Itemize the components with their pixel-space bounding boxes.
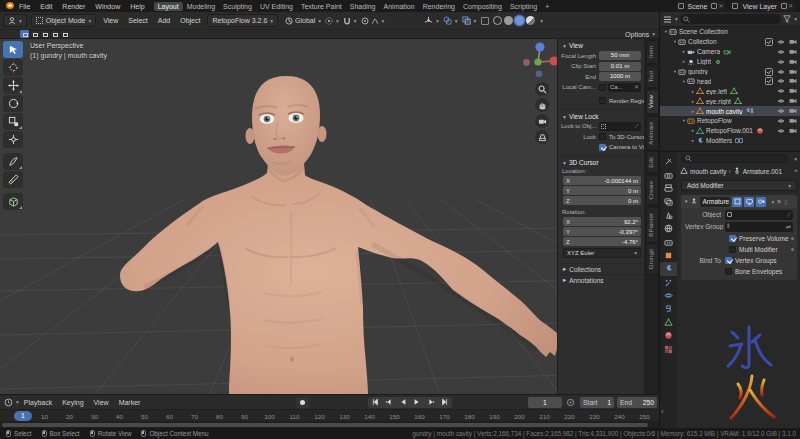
xray-toggle[interactable]: ▾ [462, 16, 477, 25]
output-tab[interactable] [660, 182, 677, 195]
camera-toggle-icon[interactable] [789, 58, 797, 66]
material-tab[interactable] [660, 329, 677, 342]
eye-toggle-icon[interactable] [777, 107, 785, 115]
particles-tab[interactable] [660, 276, 677, 289]
new-view-layer-icon[interactable] [781, 3, 787, 9]
properties-filter-dropdown[interactable]: ▾ [794, 156, 797, 162]
workspace-tab-animation[interactable]: Animation [380, 2, 419, 11]
menu-file[interactable]: File [14, 3, 35, 10]
modifier-render-toggle[interactable] [756, 197, 766, 207]
wireframe-shading-button[interactable] [493, 16, 502, 25]
playhead[interactable]: 1 [14, 411, 32, 421]
eye-toggle-icon[interactable] [777, 68, 785, 76]
workspace-tab-sculpting[interactable]: Sculpting [219, 2, 256, 11]
prev-keyframe-button[interactable] [382, 397, 396, 408]
unlink-scene-icon[interactable]: ✕ [717, 3, 724, 9]
constraints-tab[interactable] [660, 302, 677, 315]
modifiers-tab[interactable] [660, 262, 677, 275]
timeline-scrollbar[interactable] [2, 423, 648, 427]
scale-tool[interactable] [3, 113, 23, 130]
outliner-display-mode[interactable]: ▾ [663, 15, 678, 24]
outliner-row-collection[interactable]: ▾Collection [660, 37, 800, 47]
camera-toggle-icon[interactable] [789, 87, 797, 95]
local-camera-field[interactable]: Ca...✕ [608, 83, 641, 92]
render-region-checkbox[interactable] [599, 97, 606, 104]
breadcrumb-object[interactable]: mouth cavity [690, 168, 727, 175]
select-circle-button[interactable] [40, 30, 49, 38]
collections-section[interactable]: ▸Collections [558, 263, 644, 274]
sidebar-tab-tool[interactable]: Tool [646, 65, 659, 88]
rotation-order-dropdown[interactable]: XYZ Euler▾ [563, 248, 641, 258]
eye-toggle-icon[interactable] [777, 97, 785, 105]
workspace-tab-uv-editing[interactable]: UV Editing [256, 2, 297, 11]
view-layer-tab[interactable] [660, 195, 677, 208]
camera-toggle-icon[interactable] [789, 48, 797, 56]
focal-length-field[interactable]: 50 mm [599, 51, 641, 60]
outliner-row-camera[interactable]: ▸Camera [660, 47, 800, 57]
eye-toggle-icon[interactable] [777, 48, 785, 56]
add-modifier-button[interactable]: Add Modifier▾ [681, 180, 797, 191]
scene-selector[interactable]: Scene ✕ [676, 1, 727, 11]
outliner-row-head[interactable]: ▾head [660, 76, 800, 86]
modifier-vertex-group-field[interactable]: ⦀ ⇄ [725, 222, 793, 232]
rotate-tool[interactable] [3, 95, 23, 112]
add-cube-tool[interactable] [3, 193, 23, 210]
zoom-button[interactable] [535, 82, 549, 96]
modifier-close-button[interactable]: ✕ [776, 198, 781, 206]
bind-bone-envelopes-checkbox[interactable] [725, 268, 732, 275]
toggle-xray-button[interactable] [481, 17, 489, 25]
cursor-rotation-y-field[interactable]: Y-0.397° [563, 227, 641, 236]
collection-tab[interactable] [660, 235, 677, 248]
viewport-menu-object[interactable]: Object [175, 17, 205, 24]
menu-window[interactable]: Window [90, 3, 125, 10]
viewport-menu-view[interactable]: View [98, 17, 123, 24]
sidebar-tab-view[interactable]: View [646, 89, 659, 114]
camera-to-view-checkbox[interactable] [599, 144, 606, 151]
object-tab[interactable] [660, 249, 677, 262]
outliner-row-retopoflow[interactable]: ▾RetopoFlow [660, 116, 800, 126]
cursor-location-x-field[interactable]: X-0.000144 m [563, 176, 641, 185]
menu-render[interactable]: Render [57, 3, 90, 10]
new-scene-icon[interactable] [711, 3, 717, 9]
sidebar-tab-item[interactable]: Item [646, 40, 659, 64]
select-box-button[interactable] [30, 30, 39, 38]
camera-toggle-icon[interactable] [789, 97, 797, 105]
orientation-gizmo[interactable] [523, 41, 557, 77]
jump-to-start-button[interactable] [368, 397, 382, 408]
lock-3d-cursor-checkbox[interactable] [599, 133, 606, 140]
outliner-row-modifiers[interactable]: ▸Modifiers [660, 136, 800, 146]
camera-toggle-icon[interactable] [789, 68, 797, 76]
sidebar-tab-grungit[interactable]: Grungit [646, 243, 659, 275]
modifier-expand-arrow[interactable]: ▼ [684, 199, 688, 204]
outliner-row-gundry[interactable]: ▾gundry [660, 67, 800, 77]
annotate-tool[interactable] [3, 153, 23, 170]
cursor-tool[interactable] [3, 59, 23, 76]
cursor-rotation-z-field[interactable]: Z-4.76° [563, 237, 641, 246]
timeline-menu-playback[interactable]: Playback [19, 399, 57, 406]
breadcrumb-modifier[interactable]: Armature.001 [743, 168, 782, 175]
outliner-row-mouth-cavity[interactable]: ▸mouth cavity [660, 106, 800, 116]
eye-toggle-icon[interactable] [777, 127, 785, 135]
camera-toggle-icon[interactable] [789, 38, 797, 46]
view-lock-section-header[interactable]: ▼View Lock [558, 109, 644, 121]
next-keyframe-button[interactable] [424, 397, 438, 408]
viewport-menu-add[interactable]: Add [153, 17, 175, 24]
outliner-row-scene-collection[interactable]: ▾Scene Collection [660, 27, 800, 37]
modifier-realtime-toggle[interactable] [744, 197, 754, 207]
annotations-section[interactable]: ▸Annotations [558, 274, 644, 285]
frame-start-field[interactable]: Start1 [580, 397, 614, 408]
pin-icon[interactable]: ⌖ [794, 167, 798, 175]
modifier-editmode-toggle[interactable] [732, 197, 742, 207]
blender-logo-icon[interactable] [4, 2, 14, 10]
play-button[interactable] [410, 397, 424, 408]
outliner-row-eye-right[interactable]: ▸eye.right [660, 96, 800, 106]
sidebar-tab-bpainter[interactable]: BPainter [646, 207, 659, 243]
physics-tab[interactable] [660, 289, 677, 302]
cursor-location-z-field[interactable]: Z0 m [563, 196, 641, 205]
properties-search[interactable] [681, 154, 788, 163]
snap-magnet-dropdown[interactable]: ▾ [343, 17, 357, 25]
clip-start-field[interactable]: 0.01 m [599, 62, 641, 71]
workspace-tab-shading[interactable]: Shading [346, 2, 380, 11]
select-tweak-button[interactable] [20, 30, 29, 38]
tool-tab[interactable] [660, 155, 677, 168]
